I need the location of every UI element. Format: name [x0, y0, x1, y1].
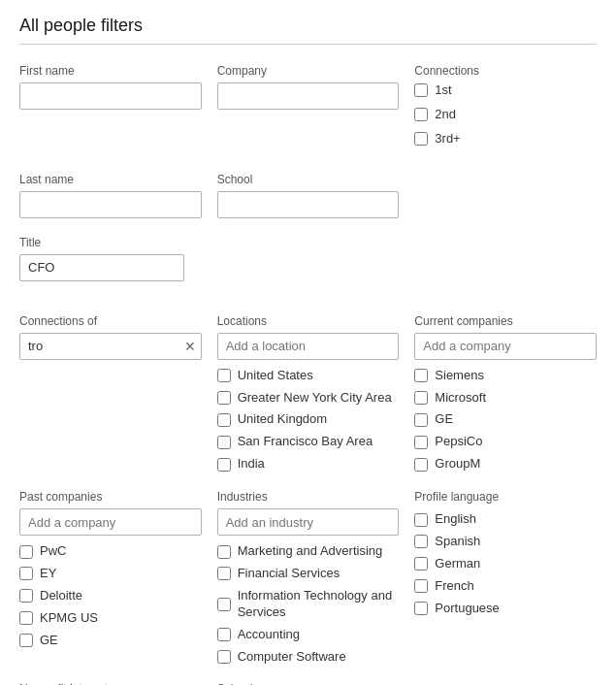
- cc-siemens-checkbox[interactable]: [414, 369, 428, 382]
- location-uk-checkbox[interactable]: [217, 413, 231, 427]
- pc-deloitte-checkbox[interactable]: [19, 589, 33, 603]
- page-title: All people filters: [19, 16, 597, 36]
- ind-financial-checkbox[interactable]: [217, 567, 231, 580]
- ind-accounting-label[interactable]: Accounting: [238, 627, 300, 643]
- past-companies-input[interactable]: [19, 508, 202, 536]
- location-us-item: United States: [217, 368, 400, 384]
- ind-financial-label[interactable]: Financial Services: [238, 566, 340, 582]
- pc-ey-checkbox[interactable]: [19, 567, 33, 580]
- pc-kpmg-checkbox[interactable]: [19, 611, 33, 625]
- current-company-checkboxes: Siemens Microsoft GE PepsiCo GroupM: [414, 368, 597, 473]
- pc-pwc-checkbox[interactable]: [19, 545, 33, 559]
- location-nyc-item: Greater New York City Area: [217, 390, 400, 407]
- pl-german-checkbox[interactable]: [414, 557, 428, 571]
- company-input[interactable]: [217, 82, 400, 110]
- ind-accounting-checkbox[interactable]: [217, 628, 231, 641]
- location-nyc-checkbox[interactable]: [217, 391, 231, 405]
- location-uk-label[interactable]: United Kingdom: [238, 411, 328, 428]
- pc-ey-label[interactable]: EY: [40, 566, 56, 582]
- location-sf-checkbox[interactable]: [217, 436, 231, 449]
- pl-spanish-label[interactable]: Spanish: [435, 534, 480, 550]
- location-india-item: India: [217, 456, 400, 473]
- cc-microsoft-label[interactable]: Microsoft: [435, 390, 486, 407]
- connection-2nd-label[interactable]: 2nd: [435, 107, 456, 123]
- cc-pepsico-label[interactable]: PepsiCo: [435, 434, 482, 450]
- pl-portuguese-checkbox[interactable]: [414, 602, 428, 615]
- cc-pepsico-item: PepsiCo: [414, 434, 597, 450]
- locations-label: Locations: [217, 314, 400, 328]
- location-india-label[interactable]: India: [238, 456, 265, 473]
- pl-german-label[interactable]: German: [435, 556, 480, 572]
- cc-pepsico-checkbox[interactable]: [414, 436, 428, 449]
- location-sf-item: San Francisco Bay Area: [217, 434, 400, 450]
- connection-3rd-checkbox[interactable]: [414, 132, 428, 146]
- location-us-label[interactable]: United States: [238, 368, 313, 384]
- ind-it-label[interactable]: Information Technology and Services: [238, 588, 400, 621]
- ind-financial-item: Financial Services: [217, 566, 400, 582]
- ind-software-checkbox[interactable]: [217, 650, 231, 664]
- pc-deloitte-label[interactable]: Deloitte: [40, 588, 82, 604]
- current-companies-label: Current companies: [414, 314, 597, 328]
- cc-groupm-checkbox[interactable]: [414, 458, 428, 472]
- pc-deloitte-item: Deloitte: [19, 588, 202, 604]
- connections-label: Connections: [414, 64, 597, 78]
- title-label: Title: [19, 236, 202, 249]
- connection-2nd-checkbox[interactable]: [414, 108, 428, 121]
- location-nyc-label[interactable]: Greater New York City Area: [238, 390, 392, 407]
- title-input[interactable]: [19, 254, 184, 281]
- profile-language-label: Profile language: [414, 490, 597, 504]
- cc-microsoft-item: Microsoft: [414, 390, 597, 407]
- current-companies-input[interactable]: [414, 333, 597, 360]
- ind-it-item: Information Technology and Services: [217, 588, 400, 621]
- ind-it-checkbox[interactable]: [217, 598, 231, 611]
- locations-input[interactable]: [217, 333, 400, 360]
- ind-marketing-checkbox[interactable]: [217, 545, 231, 559]
- industries-input[interactable]: [217, 508, 400, 536]
- last-name-input[interactable]: [19, 191, 202, 218]
- cc-groupm-label[interactable]: GroupM: [435, 456, 480, 473]
- school-input[interactable]: [217, 191, 400, 218]
- cc-siemens-label[interactable]: Siemens: [435, 368, 484, 384]
- pl-portuguese-item: Portuguese: [414, 601, 597, 617]
- cc-ge-label[interactable]: GE: [435, 411, 453, 428]
- connection-1st-label[interactable]: 1st: [435, 82, 451, 99]
- ind-marketing-label[interactable]: Marketing and Advertising: [238, 543, 383, 560]
- connection-3rd-item: 3rd+: [414, 131, 597, 147]
- cc-microsoft-checkbox[interactable]: [414, 391, 428, 405]
- connection-1st-item: 1st: [414, 82, 597, 99]
- pl-english-item: English: [414, 511, 597, 528]
- pl-french-checkbox[interactable]: [414, 579, 428, 593]
- connection-1st-checkbox[interactable]: [414, 83, 428, 97]
- location-us-checkbox[interactable]: [217, 369, 231, 382]
- connection-2nd-item: 2nd: [414, 107, 597, 123]
- ind-marketing-item: Marketing and Advertising: [217, 543, 400, 560]
- pl-french-label[interactable]: French: [435, 578, 473, 595]
- pc-ge-label[interactable]: GE: [40, 633, 58, 649]
- pl-portuguese-label[interactable]: Portuguese: [435, 601, 500, 617]
- ind-software-item: Computer Software: [217, 649, 400, 666]
- first-name-input[interactable]: [19, 82, 202, 110]
- pl-english-checkbox[interactable]: [414, 513, 428, 527]
- ind-software-label[interactable]: Computer Software: [238, 649, 346, 666]
- cc-ge-checkbox[interactable]: [414, 413, 428, 427]
- location-india-checkbox[interactable]: [217, 458, 231, 472]
- pc-pwc-item: PwC: [19, 543, 202, 560]
- title-divider: [19, 44, 597, 45]
- industry-checkboxes: Marketing and Advertising Financial Serv…: [217, 543, 400, 665]
- connections-of-input[interactable]: [19, 333, 202, 360]
- pc-ey-item: EY: [19, 566, 202, 582]
- pc-kpmg-label[interactable]: KPMG US: [40, 610, 98, 627]
- location-sf-label[interactable]: San Francisco Bay Area: [238, 434, 373, 450]
- connection-3rd-label[interactable]: 3rd+: [435, 131, 460, 147]
- pl-english-label[interactable]: English: [435, 511, 476, 528]
- pc-ge-checkbox[interactable]: [19, 634, 33, 647]
- profile-language-checkboxes: English Spanish German French Portuguese: [414, 511, 597, 616]
- company-label: Company: [217, 64, 400, 78]
- pl-french-item: French: [414, 578, 597, 595]
- location-checkboxes: United States Greater New York City Area…: [217, 368, 400, 473]
- industries-label: Industries: [217, 490, 400, 504]
- last-name-label: Last name: [19, 173, 202, 186]
- connections-of-clear-button[interactable]: ✕: [184, 340, 196, 353]
- pc-pwc-label[interactable]: PwC: [40, 543, 66, 560]
- pl-spanish-checkbox[interactable]: [414, 535, 428, 548]
